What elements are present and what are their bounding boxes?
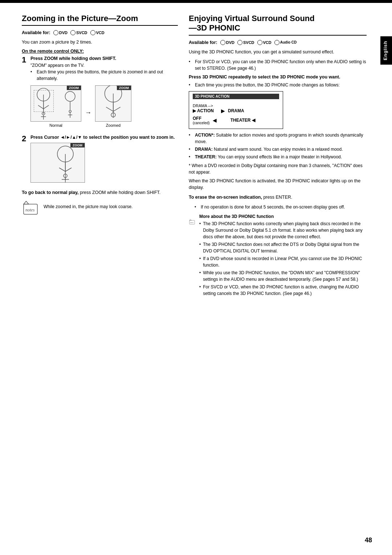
svg-point-8: [65, 92, 75, 101]
available-for-label-left: Available for:: [22, 30, 50, 35]
step-2-number: 2: [22, 135, 28, 186]
step-1-bullet1: • Each time you press the buttons, the p…: [30, 69, 178, 82]
zoomed-illustration-wrapper: ZOOM Zoomed: [95, 85, 131, 127]
theater-mode: THEATER ◀: [230, 118, 255, 123]
erase-sub-text: If no operation is done for about 5 seco…: [201, 204, 345, 210]
action-mode: ▶ ACTION: [193, 108, 218, 113]
drama-label: DRAMA:: [195, 147, 213, 152]
notes-bullet-5: • For SVCD or VCD, when the 3D PHONIC fu…: [199, 284, 367, 297]
step-2: 2 Press Cursor ◄/►/▲/▼ to select the pos…: [22, 135, 178, 186]
svcd-circle: [70, 30, 75, 35]
bullet-drama: •: [189, 146, 193, 153]
english-tab: English: [380, 36, 392, 65]
main-content: Zooming in the Picture—Zoom Available fo…: [0, 3, 392, 317]
drama-mode: DRAMA: [228, 108, 244, 113]
bullet-action: •: [189, 132, 193, 145]
notes-bullet-4: • While you use the 3D PHONIC function, …: [199, 270, 367, 283]
canceled-text: (canceled): [193, 121, 210, 125]
notes-more-title: More about the 3D PHONIC function: [199, 214, 367, 219]
media-dvd-left: DVD: [53, 30, 68, 35]
single-figure-svg: [31, 143, 85, 183]
step-1-title: Press ZOOM while holding down SHIFT.: [30, 56, 178, 61]
erase-bold: To erase the on-screen indication,: [189, 195, 262, 200]
svg-line-22: [59, 168, 65, 171]
dvd-circle: [53, 30, 58, 35]
right-bullet1-text: For SVCD or VCD, you can use the 3D PHON…: [195, 58, 367, 72]
svg-line-23: [65, 168, 72, 171]
svg-point-10: [69, 110, 71, 113]
media-svcd-left: SVCD: [70, 30, 87, 35]
footnote: * When a DVD recorded in Dolby Digital c…: [189, 162, 367, 175]
action-label: ACTION*:: [195, 133, 215, 138]
normal-illustration-wrapper: ZOOM Normal: [30, 85, 81, 127]
step-1: 1 Press ZOOM while holding down SHIFT. "…: [22, 56, 178, 131]
zoom-dashed-indicator: [34, 90, 54, 112]
svg-line-16: [106, 107, 113, 112]
erase-rest: press ENTER.: [263, 195, 292, 200]
zoom-badge-single: ZOOM: [70, 143, 85, 147]
audiocd-circle-r: [274, 40, 279, 45]
vcd-circle: [90, 30, 95, 35]
off-mode: OFF: [193, 116, 210, 121]
bullet-theater: •: [189, 154, 193, 160]
phonic-mode-bullet: • Each time you press the button, the 3D…: [189, 82, 367, 88]
right-column: Enjoying Virtual Surround Sound —3D PHON…: [189, 14, 367, 299]
action-desc: • ACTION*: Suitable for action movies an…: [189, 132, 367, 145]
erase-bullet: •: [195, 204, 199, 210]
off-block: OFF (canceled): [193, 116, 210, 125]
step-1-number: 1: [22, 56, 28, 131]
theater-label: THEATER:: [195, 154, 217, 159]
zoomed-caption: Zoomed: [106, 123, 121, 127]
arrow-to-drama: ▶: [221, 108, 225, 114]
normal-play-text: To go back to normal play, press ZOOM wh…: [22, 189, 178, 196]
media-audiocd-right: Audio CD: [274, 40, 297, 45]
phonic-row-2: OFF (canceled) ◀ THEATER ◀: [193, 116, 279, 125]
intro-text-right: Using the 3D PHONIC function, you can ge…: [189, 49, 367, 56]
bullet-dot-r1: •: [189, 58, 193, 72]
step-2-content: Press Cursor ◄/►/▲/▼ to select the posit…: [30, 135, 178, 186]
notes-icon-right: notes: [189, 214, 196, 230]
normal-caption: Normal: [49, 123, 62, 127]
illustration-single: ZOOM: [30, 143, 85, 183]
arrow-from-theater: ◀: [213, 117, 217, 123]
phonic-diagram: 3D PHONIC ACTION DRAMA --> ▶ ACTION ▶ DR…: [189, 91, 283, 129]
step-1-body1: "ZOOM" appears on the TV.: [30, 62, 178, 69]
notes-more-box: notes More about the 3D PHONIC function …: [189, 214, 367, 298]
notes-bullet-1: • The 3D PHONIC function works correctly…: [199, 220, 367, 240]
normal-play-bold: To go back to normal play,: [22, 190, 79, 195]
dvd-circle-r: [220, 40, 225, 45]
notes-more-content: More about the 3D PHONIC function • The …: [199, 214, 367, 298]
media-vcd-left: VCD: [90, 30, 105, 35]
step-1-bullet-text: Each time you press the buttons, the pic…: [37, 69, 178, 82]
right-bullet1: • For SVCD or VCD, you can use the 3D PH…: [189, 58, 367, 72]
svcd-circle-r: [237, 40, 242, 45]
vcd-circle-r: [257, 40, 262, 45]
zoomed-figure-svg: [95, 86, 131, 121]
intro-text-left: You can zoom a picture by 2 times.: [22, 39, 178, 46]
svg-marker-32: [189, 219, 191, 220]
phonic-diagram-title: 3D PHONIC ACTION: [193, 94, 279, 99]
svg-text:notes: notes: [25, 207, 35, 212]
illustration-row-1: ZOOM Normal →: [30, 85, 178, 127]
available-for-right: Available for: DVD SVCD VCD Audio CD: [189, 40, 367, 45]
media-svcd-right: SVCD: [237, 40, 254, 45]
bullet-dot: •: [30, 69, 35, 82]
erase-instruction: To erase the on-screen indication, press…: [189, 194, 367, 201]
normal-illustration: ZOOM: [30, 85, 81, 122]
available-for-left: Available for: DVD SVCD VCD: [22, 30, 178, 35]
action-desc-text: ACTION*: Suitable for action movies and …: [195, 132, 367, 145]
theater-desc-text: THEATER: You can enjoy sound effects lik…: [195, 154, 342, 160]
theater-desc: • THEATER: You can enjoy sound effects l…: [189, 154, 367, 160]
zoom-badge-zoomed: ZOOM: [117, 86, 131, 90]
press-instruction: Press 3D PHONIC repeatedly to select the…: [189, 74, 367, 80]
step-1-content: Press ZOOM while holding down SHIFT. "ZO…: [30, 56, 178, 131]
zoom-arrow: →: [85, 109, 91, 117]
left-section-title: Zooming in the Picture—Zoom: [22, 14, 178, 26]
normal-play-rest: press ZOOM while holding down SHIFT.: [80, 190, 160, 195]
notes-box-left: notes While zoomed in, the picture may l…: [22, 200, 178, 217]
available-for-label-right: Available for:: [189, 40, 217, 45]
right-title-line1: Enjoying Virtual Surround Sound: [189, 14, 315, 23]
media-dvd-right: DVD: [220, 40, 234, 45]
top-bar: [0, 0, 392, 3]
phonic-flow-area: DRAMA --> ▶ ACTION ▶ DRAMA OFF (canceled…: [193, 102, 279, 126]
